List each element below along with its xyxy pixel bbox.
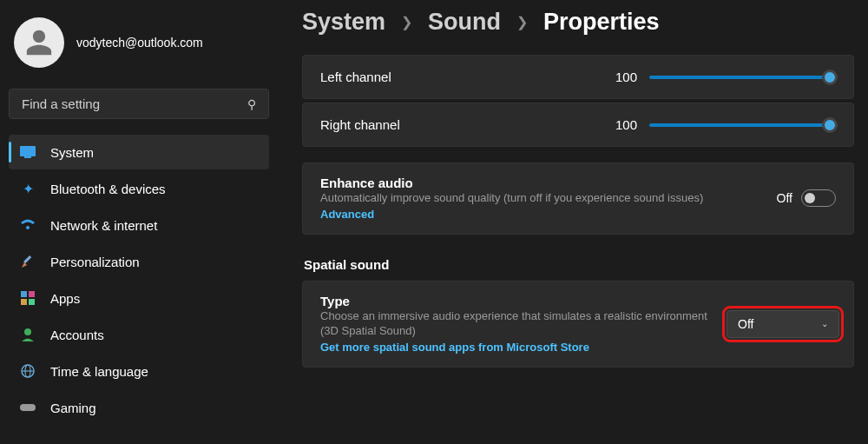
accounts-icon bbox=[19, 326, 36, 343]
enhance-toggle[interactable] bbox=[801, 189, 836, 207]
nav-label: Network & internet bbox=[50, 218, 157, 233]
nav-accounts[interactable]: Accounts bbox=[9, 317, 269, 352]
spatial-sound-heading: Spatial sound bbox=[304, 257, 854, 272]
dropdown-value: Off bbox=[738, 317, 753, 331]
nav-label: Gaming bbox=[50, 401, 96, 415]
wifi-icon bbox=[19, 216, 36, 234]
sidebar: vodytech@outlook.com ⚲ System ✦ Bluetoot… bbox=[0, 0, 278, 444]
nav-bluetooth[interactable]: ✦ Bluetooth & devices bbox=[9, 171, 269, 206]
nav-label: System bbox=[50, 145, 94, 160]
svg-rect-4 bbox=[21, 291, 27, 297]
user-email: vodytech@outlook.com bbox=[76, 36, 203, 50]
svg-point-2 bbox=[26, 226, 30, 229]
right-channel-label: Right channel bbox=[320, 117, 400, 132]
left-channel-value: 100 bbox=[615, 70, 637, 84]
search-box[interactable]: ⚲ bbox=[9, 89, 269, 119]
nav-label: Time & language bbox=[50, 364, 148, 379]
spatial-type-card: Type Choose an immersive audio experienc… bbox=[302, 281, 854, 368]
left-channel-label: Left channel bbox=[320, 70, 391, 84]
nav-apps[interactable]: Apps bbox=[9, 281, 269, 315]
nav-label: Apps bbox=[50, 291, 80, 306]
svg-rect-0 bbox=[20, 146, 36, 156]
enhance-title: Enhance audio bbox=[320, 176, 760, 190]
nav-network[interactable]: Network & internet bbox=[9, 208, 269, 242]
apps-icon bbox=[19, 289, 36, 307]
nav-label: Personalization bbox=[50, 255, 140, 269]
user-account-row[interactable]: vodytech@outlook.com bbox=[9, 9, 269, 83]
chevron-right-icon: ❯ bbox=[401, 14, 412, 30]
search-icon: ⚲ bbox=[247, 97, 256, 111]
spatial-title: Type bbox=[320, 294, 709, 308]
enhance-audio-card: Enhance audio Automatically improve soun… bbox=[302, 162, 854, 235]
slider-thumb[interactable] bbox=[822, 117, 838, 133]
avatar bbox=[14, 17, 64, 68]
chevron-right-icon: ❯ bbox=[516, 14, 528, 30]
globe-icon bbox=[19, 362, 36, 380]
spatial-type-dropdown[interactable]: Off ⌄ bbox=[727, 310, 839, 338]
nav-label: Bluetooth & devices bbox=[50, 182, 166, 196]
spatial-store-link[interactable]: Get more spatial sound apps from Microso… bbox=[320, 341, 589, 354]
breadcrumb-sound[interactable]: Sound bbox=[428, 9, 501, 36]
nav-list: System ✦ Bluetooth & devices Network & i… bbox=[9, 135, 269, 425]
nav-time-language[interactable]: Time & language bbox=[9, 354, 269, 388]
enhance-toggle-label: Off bbox=[777, 191, 792, 205]
svg-rect-1 bbox=[24, 156, 31, 158]
bluetooth-icon: ✦ bbox=[19, 180, 36, 197]
nav-label: Accounts bbox=[50, 328, 104, 342]
right-channel-card: Right channel 100 bbox=[302, 103, 854, 147]
breadcrumb: System ❯ Sound ❯ Properties bbox=[302, 9, 854, 55]
main-panel: System ❯ Sound ❯ Properties Left channel… bbox=[278, 0, 868, 444]
display-icon bbox=[19, 143, 36, 161]
right-channel-slider[interactable] bbox=[649, 123, 836, 127]
toggle-knob bbox=[805, 193, 815, 203]
enhance-desc: Automatically improve sound quality (tur… bbox=[320, 190, 760, 206]
search-input[interactable] bbox=[22, 96, 247, 111]
chevron-down-icon: ⌄ bbox=[821, 319, 828, 328]
enhance-advanced-link[interactable]: Advanced bbox=[320, 208, 374, 221]
user-icon bbox=[24, 28, 54, 57]
breadcrumb-system[interactable]: System bbox=[302, 9, 385, 36]
nav-personalization[interactable]: Personalization bbox=[9, 244, 269, 279]
svg-point-8 bbox=[24, 328, 31, 335]
gamepad-icon bbox=[19, 399, 36, 416]
right-channel-value: 100 bbox=[615, 117, 637, 132]
left-channel-card: Left channel 100 bbox=[302, 55, 854, 99]
svg-rect-12 bbox=[20, 404, 36, 411]
nav-system[interactable]: System bbox=[9, 135, 269, 169]
breadcrumb-current: Properties bbox=[543, 9, 660, 36]
spatial-desc: Choose an immersive audio experience tha… bbox=[320, 308, 709, 339]
brush-icon bbox=[19, 253, 36, 270]
nav-gaming[interactable]: Gaming bbox=[9, 390, 269, 425]
svg-rect-6 bbox=[21, 299, 27, 305]
slider-thumb[interactable] bbox=[822, 70, 838, 85]
left-channel-slider[interactable] bbox=[649, 76, 836, 79]
svg-rect-7 bbox=[29, 299, 35, 305]
svg-rect-3 bbox=[23, 255, 31, 263]
svg-rect-5 bbox=[29, 291, 35, 297]
